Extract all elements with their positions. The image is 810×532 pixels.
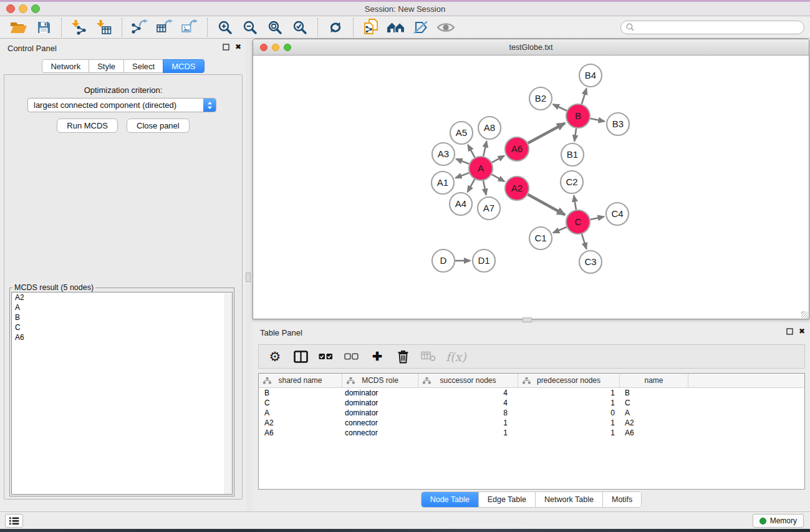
node-A4[interactable]: A4 <box>450 193 472 215</box>
close-panel-icon[interactable]: ✖ <box>235 43 241 51</box>
zoom-in-button[interactable] <box>213 17 238 37</box>
unselect-all-columns-button[interactable] <box>344 347 360 366</box>
zoom-fit-button[interactable] <box>263 17 287 37</box>
edge-A-A7[interactable] <box>483 181 486 195</box>
column-header-name[interactable]: name <box>620 374 688 387</box>
label-visibility-button[interactable] <box>408 17 433 37</box>
edge-A-A1[interactable] <box>456 173 470 178</box>
splitter-handle-vertical[interactable] <box>246 273 251 282</box>
tab-network-table[interactable]: Network Table <box>535 492 602 507</box>
function-builder-button[interactable]: f(x) <box>446 347 466 366</box>
delete-table-button[interactable] <box>420 347 436 366</box>
task-history-button[interactable] <box>5 514 23 528</box>
column-header-predecessor-nodes[interactable]: predecessor nodes <box>518 374 620 387</box>
close-view-button[interactable] <box>260 44 268 51</box>
save-session-button[interactable] <box>31 17 56 37</box>
zoom-out-button[interactable] <box>238 17 263 37</box>
edge-C-C4[interactable] <box>591 216 604 220</box>
splitter-handle-horizontal[interactable] <box>523 317 532 322</box>
node-B4[interactable]: B4 <box>579 64 602 87</box>
search-field[interactable] <box>620 21 804 34</box>
edge-A-A5[interactable] <box>468 145 475 157</box>
node-B2[interactable]: B2 <box>529 87 552 110</box>
node-B[interactable]: B <box>566 104 590 128</box>
edge-A-A4[interactable] <box>468 179 475 191</box>
edge-B-B1[interactable] <box>574 128 576 141</box>
node-C3[interactable]: C3 <box>579 251 602 273</box>
node-C2[interactable]: C2 <box>561 171 583 193</box>
node-B3[interactable]: B3 <box>607 113 629 135</box>
node-A2[interactable]: A2 <box>505 177 529 200</box>
table-row[interactable]: Bdominator41B <box>259 388 804 398</box>
graphics-details-button[interactable] <box>433 17 458 37</box>
zoom-selected-button[interactable] <box>287 17 312 37</box>
network-window-titlebar[interactable]: testGlobe.txt <box>253 39 809 56</box>
result-item[interactable]: A2 <box>12 293 232 302</box>
tab-network[interactable]: Network <box>42 59 89 73</box>
table-row[interactable]: A6connector11A6 <box>259 428 804 438</box>
zoom-view-button[interactable] <box>284 44 291 51</box>
tab-select[interactable]: Select <box>123 59 163 73</box>
node-C[interactable]: C <box>566 210 590 234</box>
scrollbar-track[interactable] <box>224 293 232 494</box>
node-B1[interactable]: B1 <box>561 143 584 166</box>
edge-A-A8[interactable] <box>483 142 486 157</box>
select-all-columns-button[interactable] <box>318 347 334 366</box>
column-header-shared-name[interactable]: shared name <box>259 374 342 387</box>
split-panel-button[interactable] <box>292 347 309 366</box>
edge-A-A2[interactable] <box>492 175 504 181</box>
resize-grip-icon[interactable] <box>801 311 808 318</box>
node-D[interactable]: D <box>432 249 455 272</box>
open-session-button[interactable] <box>6 17 31 37</box>
edge-C-C2[interactable] <box>574 196 576 210</box>
column-header-successor-nodes[interactable]: successor nodes <box>418 374 518 387</box>
minimize-window-button[interactable] <box>19 4 27 13</box>
edge-B-B2[interactable] <box>553 104 567 110</box>
close-panel-icon[interactable]: ✖ <box>799 327 805 335</box>
node-A[interactable]: A <box>469 157 493 180</box>
table-row[interactable]: Adominator80A <box>259 408 804 418</box>
node-C4[interactable]: C4 <box>606 203 629 225</box>
edge-A-A6[interactable] <box>492 156 504 163</box>
tab-motifs[interactable]: Motifs <box>602 492 641 507</box>
export-image-button[interactable] <box>177 17 202 37</box>
result-item[interactable]: B <box>12 312 232 322</box>
zoom-window-button[interactable] <box>31 4 40 13</box>
create-column-button[interactable]: ✚ <box>369 347 385 366</box>
tab-mcds[interactable]: MCDS <box>163 59 204 73</box>
result-item[interactable]: A6 <box>12 332 232 342</box>
float-panel-icon[interactable] <box>786 328 793 335</box>
import-network-button[interactable] <box>67 17 92 37</box>
tab-edge-table[interactable]: Edge Table <box>478 492 535 507</box>
node-D1[interactable]: D1 <box>473 249 495 272</box>
edge-B-B3[interactable] <box>591 118 605 122</box>
edge-A2-C[interactable] <box>528 195 566 215</box>
table-settings-button[interactable]: ⚙ <box>267 347 283 366</box>
edge-C-C1[interactable] <box>553 227 566 233</box>
table-row[interactable]: Cdominator41C <box>259 398 804 408</box>
node-A3[interactable]: A3 <box>432 143 455 165</box>
new-network-from-selection-button[interactable] <box>359 17 383 37</box>
node-A8[interactable]: A8 <box>478 117 501 139</box>
float-panel-icon[interactable] <box>223 44 229 51</box>
node-A5[interactable]: A5 <box>450 122 473 144</box>
optimization-criterion-select[interactable]: largest connected component (directed) <box>27 98 216 112</box>
minimize-view-button[interactable] <box>272 44 279 51</box>
edge-A-A3[interactable] <box>456 159 470 164</box>
export-network-button[interactable] <box>127 17 152 37</box>
import-table-button[interactable] <box>92 17 117 37</box>
search-input[interactable] <box>637 23 799 32</box>
tab-node-table[interactable]: Node Table <box>422 492 478 507</box>
table-row[interactable]: A2connector11A2 <box>259 418 804 428</box>
run-mcds-button[interactable]: Run MCDS <box>57 118 118 133</box>
export-table-button[interactable] <box>152 17 177 37</box>
close-panel-button[interactable]: Close panel <box>127 118 190 133</box>
result-item[interactable]: C <box>12 322 232 332</box>
close-window-button[interactable] <box>6 4 15 13</box>
edge-A6-B[interactable] <box>528 123 565 143</box>
memory-button[interactable]: Memory <box>753 514 804 528</box>
home-networks-button[interactable] <box>383 17 408 37</box>
node-A7[interactable]: A7 <box>478 197 500 220</box>
result-item[interactable]: A <box>12 302 232 312</box>
apply-layout-button[interactable] <box>323 17 348 37</box>
